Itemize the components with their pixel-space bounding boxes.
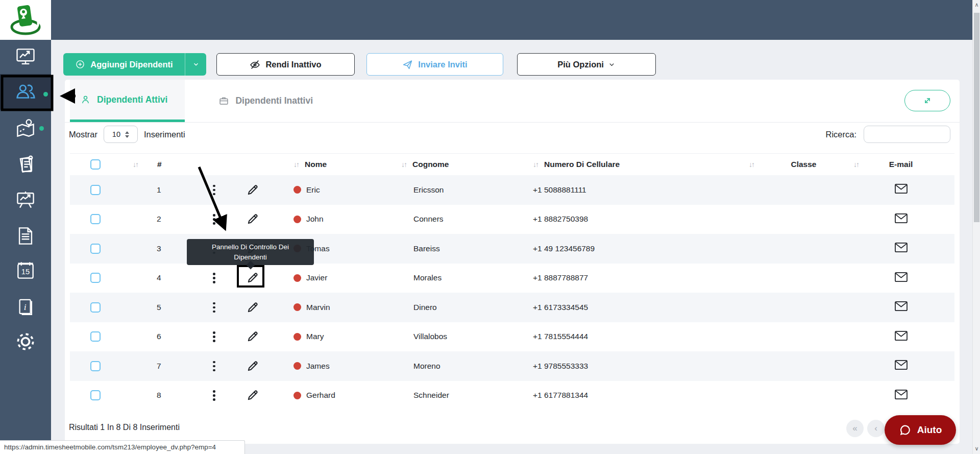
pagination-first-button[interactable]: « bbox=[846, 420, 864, 437]
sidebar-item-info-guide[interactable]: i bbox=[0, 289, 51, 324]
help-button[interactable]: Aiuto bbox=[885, 415, 956, 445]
email-icon[interactable] bbox=[894, 301, 908, 314]
phone-number: +1 8882750398 bbox=[517, 205, 733, 234]
row-checkbox[interactable] bbox=[90, 214, 101, 224]
sort-email-icon[interactable]: ↓↑ bbox=[853, 160, 859, 169]
select-all-checkbox[interactable] bbox=[90, 159, 101, 170]
show-label: Mostrar bbox=[69, 130, 97, 139]
col-header-last-name[interactable]: Cognome bbox=[412, 160, 449, 169]
first-name: Gerhard bbox=[306, 391, 335, 400]
sidebar-item-employees[interactable] bbox=[0, 74, 51, 110]
row-checkbox[interactable] bbox=[90, 244, 101, 254]
table-body: 1 Eric Ericsson +1 5088881111 2 John Con… bbox=[70, 175, 954, 410]
row-number: 5 bbox=[121, 293, 195, 322]
edit-pencil-icon-highlighted[interactable] bbox=[246, 271, 259, 284]
sidebar-item-map[interactable] bbox=[0, 111, 51, 147]
sidebar-item-reports[interactable] bbox=[0, 182, 51, 218]
more-options-button[interactable]: Più Opzioni bbox=[517, 53, 656, 76]
make-inactive-button[interactable]: Rendi Inattivo bbox=[216, 53, 355, 76]
sidebar-item-dashboard[interactable] bbox=[0, 39, 51, 75]
send-invites-button[interactable]: Inviare Inviti bbox=[366, 53, 503, 76]
first-name: Mary bbox=[306, 332, 324, 341]
edit-pencil-icon[interactable] bbox=[246, 183, 259, 197]
edit-pencil-icon[interactable] bbox=[246, 330, 259, 343]
phone-number: +1 7815554444 bbox=[517, 322, 733, 352]
tab-inactive-employees[interactable]: Dipendenti Inattivi bbox=[208, 80, 330, 122]
table-row: 7 James Moreno +1 9785553333 bbox=[70, 351, 954, 381]
row-number: 8 bbox=[121, 381, 195, 411]
row-menu-kebab-icon[interactable] bbox=[211, 212, 217, 227]
row-checkbox[interactable] bbox=[90, 331, 101, 342]
tab-active-label: Dipendenti Attivi bbox=[97, 94, 167, 105]
table-search-input[interactable] bbox=[864, 126, 950, 143]
edit-pencil-icon[interactable] bbox=[246, 212, 259, 226]
status-dot-icon bbox=[293, 362, 301, 370]
row-menu-kebab-icon[interactable] bbox=[211, 388, 217, 403]
pagination-prev-button[interactable]: ‹ bbox=[867, 420, 885, 437]
expand-table-button[interactable] bbox=[904, 90, 950, 111]
send-invites-label: Inviare Inviti bbox=[418, 60, 467, 69]
scroll-up-icon[interactable]: ∧ bbox=[973, 1, 980, 9]
scrollbar-thumb[interactable] bbox=[974, 13, 979, 222]
eye-slash-icon bbox=[250, 59, 260, 70]
row-number: 4 bbox=[121, 264, 195, 293]
row-menu-kebab-icon[interactable] bbox=[211, 183, 217, 198]
row-checkbox[interactable] bbox=[90, 302, 101, 313]
col-header-num[interactable]: # bbox=[157, 160, 162, 169]
status-dot-icon bbox=[293, 303, 301, 311]
email-icon[interactable] bbox=[894, 213, 908, 226]
edit-pencil-icon[interactable] bbox=[246, 301, 259, 314]
page-scrollbar[interactable]: ∧ ∨ bbox=[972, 0, 980, 454]
add-employees-label: Aggiungi Dipendenti bbox=[90, 60, 173, 69]
add-employees-dropdown[interactable] bbox=[185, 53, 206, 76]
table-row: 2 John Conners +1 8882750398 bbox=[70, 205, 954, 234]
tab-inactive-label: Dipendenti Inattivi bbox=[235, 95, 313, 106]
page-size-select[interactable]: 10 bbox=[104, 126, 138, 143]
sort-num-icon[interactable]: ↓↑ bbox=[133, 160, 138, 169]
phone-number: +1 9785553333 bbox=[517, 351, 733, 381]
employees-users-icon bbox=[14, 80, 37, 104]
results-summary: Risultati 1 In 8 Di 8 Inserimenti bbox=[69, 423, 180, 432]
sort-last-name-icon[interactable]: ↓↑ bbox=[401, 160, 406, 169]
col-header-phone[interactable]: Numero Di Cellulare bbox=[544, 160, 620, 169]
email-icon[interactable] bbox=[894, 242, 908, 255]
email-icon[interactable] bbox=[894, 360, 908, 372]
phone-number: +1 5088881111 bbox=[517, 175, 733, 205]
email-icon[interactable] bbox=[894, 183, 908, 196]
sort-first-name-icon[interactable]: ↓↑ bbox=[293, 160, 299, 169]
email-icon[interactable] bbox=[894, 389, 908, 402]
add-employees-button[interactable]: Aggiungi Dipendenti bbox=[63, 53, 206, 76]
sort-class-icon[interactable]: ↓↑ bbox=[749, 160, 754, 169]
sidebar-item-notes[interactable] bbox=[0, 147, 51, 182]
employees-active-dot bbox=[43, 92, 48, 97]
scroll-down-icon[interactable]: ∨ bbox=[973, 445, 980, 453]
email-icon[interactable] bbox=[894, 272, 908, 284]
row-checkbox[interactable] bbox=[90, 390, 101, 400]
stepper-arrows-icon bbox=[125, 131, 129, 138]
col-header-email[interactable]: E-mail bbox=[889, 160, 913, 169]
row-checkbox[interactable] bbox=[90, 185, 101, 195]
first-name: John bbox=[306, 214, 324, 224]
row-menu-kebab-icon[interactable] bbox=[211, 359, 217, 374]
sidebar-item-settings[interactable] bbox=[0, 324, 51, 360]
sidebar-item-calendar[interactable]: 15 bbox=[0, 253, 51, 289]
tooltip-line1: Pannello Di Controllo Dei bbox=[212, 242, 289, 252]
edit-pencil-icon[interactable] bbox=[246, 389, 259, 402]
row-menu-kebab-icon[interactable] bbox=[211, 300, 217, 315]
status-dot-icon bbox=[293, 186, 301, 194]
edit-pencil-icon[interactable] bbox=[246, 360, 259, 373]
row-checkbox[interactable] bbox=[90, 273, 101, 283]
sort-phone-icon[interactable]: ↓↑ bbox=[533, 160, 538, 169]
sidebar-item-documents[interactable] bbox=[0, 218, 51, 254]
row-menu-kebab-icon[interactable] bbox=[211, 329, 217, 344]
col-header-first-name[interactable]: Nome bbox=[305, 160, 327, 169]
row-menu-kebab-icon[interactable] bbox=[211, 271, 217, 285]
col-header-class[interactable]: Classe bbox=[791, 160, 817, 169]
last-name: Conners bbox=[384, 205, 517, 234]
phone-number: +1 8887788877 bbox=[517, 264, 733, 293]
email-icon[interactable] bbox=[894, 330, 908, 343]
expand-arrows-icon bbox=[922, 95, 933, 106]
tab-active-employees[interactable]: Dipendenti Attivi bbox=[70, 80, 185, 122]
row-checkbox[interactable] bbox=[90, 361, 101, 371]
app-logo[interactable] bbox=[0, 0, 51, 40]
